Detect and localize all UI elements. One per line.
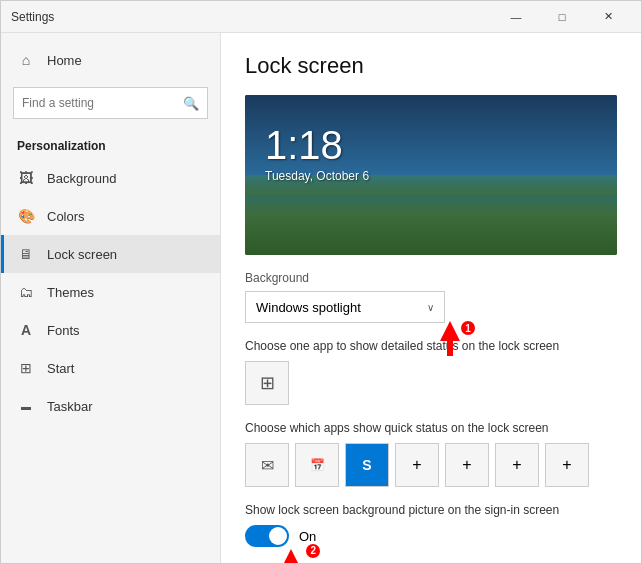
sidebar-item-label: Colors	[47, 209, 85, 224]
sidebar-item-background[interactable]: 🖼 Background	[1, 159, 220, 197]
minimize-button[interactable]: —	[493, 1, 539, 33]
sign-in-toggle[interactable]	[245, 525, 289, 547]
title-bar: Settings — □ ✕	[1, 1, 641, 33]
themes-icon: 🗂	[17, 283, 35, 301]
sidebar-item-label: Background	[47, 171, 116, 186]
plus-icon-2: +	[462, 456, 471, 474]
maximize-button[interactable]: □	[539, 1, 585, 33]
background-icon: 🖼	[17, 169, 35, 187]
toggle-label: On	[299, 529, 316, 544]
sidebar-item-label: Lock screen	[47, 247, 117, 262]
sidebar-item-label: Fonts	[47, 323, 80, 338]
sidebar-item-label: Themes	[47, 285, 94, 300]
quick-app-skype[interactable]: S	[345, 443, 389, 487]
preview-time: 1:18	[265, 125, 369, 165]
mail-icon: ✉	[261, 456, 274, 475]
sidebar-item-start[interactable]: ⊞ Start	[1, 349, 220, 387]
close-button[interactable]: ✕	[585, 1, 631, 33]
detailed-app-icon[interactable]: ⊞	[245, 361, 289, 405]
background-group: Background Windows spotlight ∨ 1	[245, 271, 617, 323]
home-label: Home	[47, 53, 82, 68]
plus-icon-4: +	[562, 456, 571, 474]
show-bg-label: Show lock screen background picture on t…	[245, 503, 617, 517]
search-box[interactable]: 🔍	[13, 87, 208, 119]
lock-screen-preview: 1:18 Tuesday, October 6	[245, 95, 617, 255]
quick-app-plus-2[interactable]: +	[445, 443, 489, 487]
preview-mountains	[245, 175, 617, 255]
toggle-row: On 2	[245, 525, 617, 547]
content-area: Lock screen 1:18 Tuesday, October 6 Back…	[221, 33, 641, 563]
dropdown-arrow-icon: ∨	[427, 302, 434, 313]
quick-status-group: Choose which apps show quick status on t…	[245, 421, 617, 487]
lock-screen-icon: 🖥	[17, 245, 35, 263]
toggle-thumb	[269, 527, 287, 545]
quick-app-plus-4[interactable]: +	[545, 443, 589, 487]
grid-icon: ⊞	[260, 372, 275, 394]
quick-status-icons: ✉ 📅 S + + +	[245, 443, 617, 487]
background-value: Windows spotlight	[256, 300, 361, 315]
annotation-badge-2: 2	[306, 544, 320, 558]
dropdown-container: Windows spotlight ∨ 1	[245, 291, 465, 323]
background-dropdown[interactable]: Windows spotlight ∨	[245, 291, 445, 323]
fonts-icon: A	[17, 321, 35, 339]
search-icon: 🔍	[183, 96, 199, 111]
svg-marker-1	[281, 549, 301, 564]
annotation-badge-1: 1	[461, 321, 475, 335]
sidebar-item-themes[interactable]: 🗂 Themes	[1, 273, 220, 311]
colors-icon: 🎨	[17, 207, 35, 225]
quick-status-label: Choose which apps show quick status on t…	[245, 421, 617, 435]
background-label: Background	[245, 271, 617, 285]
sidebar-item-home[interactable]: ⌂ Home	[1, 41, 220, 79]
sidebar-item-taskbar[interactable]: ▬ Taskbar	[1, 387, 220, 425]
window-controls: — □ ✕	[493, 1, 631, 33]
start-icon: ⊞	[17, 359, 35, 377]
show-bg-group: Show lock screen background picture on t…	[245, 503, 617, 547]
sidebar-item-label: Taskbar	[47, 399, 93, 414]
sidebar-item-label: Start	[47, 361, 74, 376]
quick-app-plus-1[interactable]: +	[395, 443, 439, 487]
quick-app-mail[interactable]: ✉	[245, 443, 289, 487]
sidebar-item-fonts[interactable]: A Fonts	[1, 311, 220, 349]
calendar-icon: 📅	[310, 458, 325, 472]
quick-app-plus-3[interactable]: +	[495, 443, 539, 487]
sidebar-section-label: Personalization	[1, 127, 220, 159]
preview-text: 1:18 Tuesday, October 6	[265, 125, 369, 183]
plus-icon-1: +	[412, 456, 421, 474]
main-content: ⌂ Home 🔍 Personalization 🖼 Background 🎨 …	[1, 33, 641, 563]
detailed-status-icons: ⊞	[245, 361, 617, 405]
annotation-1-container: 1	[425, 321, 475, 364]
page-title: Lock screen	[245, 53, 617, 79]
skype-icon: S	[362, 457, 371, 473]
plus-icon-3: +	[512, 456, 521, 474]
window-title: Settings	[11, 10, 493, 24]
home-icon: ⌂	[17, 51, 35, 69]
settings-window: Settings — □ ✕ ⌂ Home 🔍 Personalization …	[0, 0, 642, 564]
preview-date: Tuesday, October 6	[265, 169, 369, 183]
taskbar-icon: ▬	[17, 397, 35, 415]
sidebar-item-lock-screen[interactable]: 🖥 Lock screen	[1, 235, 220, 273]
quick-app-calendar[interactable]: 📅	[295, 443, 339, 487]
svg-marker-0	[440, 321, 460, 356]
search-input[interactable]	[22, 96, 183, 110]
sidebar: ⌂ Home 🔍 Personalization 🖼 Background 🎨 …	[1, 33, 221, 563]
sidebar-item-colors[interactable]: 🎨 Colors	[1, 197, 220, 235]
